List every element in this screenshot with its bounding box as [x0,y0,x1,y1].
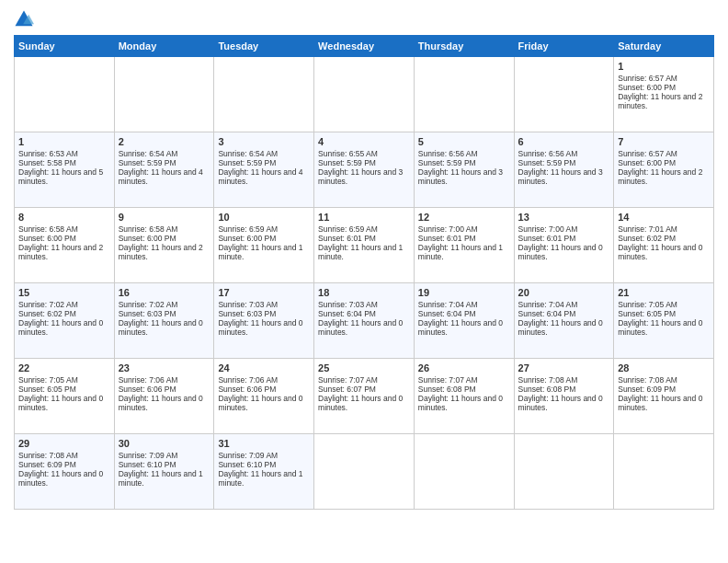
daylight-text: Daylight: 11 hours and 0 minutes. [518,318,603,337]
day-number: 22 [18,362,110,373]
sunrise-text: Sunrise: 7:06 AM [218,375,278,385]
sunset-text: Sunset: 5:59 PM [218,158,276,167]
day-number: 31 [218,438,310,449]
calendar-cell: 2Sunrise: 6:54 AMSunset: 5:59 PMDaylight… [114,132,214,208]
calendar-cell: 12Sunrise: 7:00 AMSunset: 6:01 PMDayligh… [414,208,514,283]
calendar-cell [314,57,415,132]
day-number: 3 [218,136,310,147]
sunrise-text: Sunrise: 7:05 AM [18,375,78,385]
calendar-cell: 13Sunrise: 7:00 AMSunset: 6:01 PMDayligh… [514,208,614,283]
calendar-cell: 3Sunrise: 6:54 AMSunset: 5:59 PMDaylight… [214,132,314,208]
daylight-text: Daylight: 11 hours and 0 minutes. [18,469,103,488]
calendar-cell: 22Sunrise: 7:05 AMSunset: 6:05 PMDayligh… [15,359,115,434]
sunrise-text: Sunrise: 7:08 AM [518,375,578,385]
sunset-text: Sunset: 6:00 PM [618,83,676,92]
calendar-week-5: 29Sunrise: 7:08 AMSunset: 6:09 PMDayligh… [15,434,714,510]
sunset-text: Sunset: 6:04 PM [518,309,576,318]
sunset-text: Sunset: 6:02 PM [618,234,676,243]
daylight-text: Daylight: 11 hours and 5 minutes. [18,167,103,186]
day-number: 23 [119,362,210,373]
calendar-week-0: 1Sunrise: 6:57 AMSunset: 6:00 PMDaylight… [15,57,714,132]
calendar-cell [514,434,614,510]
sunrise-text: Sunrise: 6:56 AM [518,149,578,158]
calendar-cell: 21Sunrise: 7:05 AMSunset: 6:05 PMDayligh… [614,283,714,359]
calendar-cell: 25Sunrise: 7:07 AMSunset: 6:07 PMDayligh… [314,359,415,434]
sunrise-text: Sunrise: 7:08 AM [618,375,677,385]
daylight-text: Daylight: 11 hours and 0 minutes. [119,318,203,337]
sunrise-text: Sunrise: 6:57 AM [618,149,677,158]
sunset-text: Sunset: 6:10 PM [119,460,176,469]
calendar-cell: 4Sunrise: 6:55 AMSunset: 5:59 PMDaylight… [314,132,415,208]
calendar-cell: 5Sunrise: 6:56 AMSunset: 5:59 PMDaylight… [414,132,514,208]
day-of-week-saturday: Saturday [614,36,714,57]
day-number: 25 [318,362,410,373]
sunrise-text: Sunrise: 6:57 AM [618,74,677,83]
daylight-text: Daylight: 11 hours and 0 minutes. [618,394,702,412]
day-number: 16 [119,287,210,298]
calendar-cell: 1Sunrise: 6:57 AMSunset: 6:00 PMDaylight… [614,57,714,132]
daylight-text: Daylight: 11 hours and 2 minutes. [18,243,103,261]
day-number: 2 [119,136,210,147]
calendar-cell: 20Sunrise: 7:04 AMSunset: 6:04 PMDayligh… [514,283,614,359]
calendar-cell [414,57,514,132]
day-number: 29 [18,438,110,449]
day-number: 30 [119,438,210,449]
daylight-text: Daylight: 11 hours and 1 minute. [418,243,503,261]
sunrise-text: Sunrise: 7:02 AM [18,300,78,309]
sunrise-text: Sunrise: 7:08 AM [18,451,78,460]
calendar-cell: 24Sunrise: 7:06 AMSunset: 6:06 PMDayligh… [214,359,314,434]
sunrise-text: Sunrise: 7:00 AM [418,224,478,234]
calendar-cell [15,57,115,132]
day-number: 13 [518,212,610,223]
day-number: 27 [518,362,610,373]
sunrise-text: Sunrise: 7:01 AM [618,224,677,234]
day-number: 15 [18,287,110,298]
calendar-cell [514,57,614,132]
calendar-week-4: 22Sunrise: 7:05 AMSunset: 6:05 PMDayligh… [15,359,714,434]
sunset-text: Sunset: 6:04 PM [318,309,376,318]
calendar-cell: 8Sunrise: 6:58 AMSunset: 6:00 PMDaylight… [15,208,115,283]
day-of-week-thursday: Thursday [414,36,514,57]
sunset-text: Sunset: 6:07 PM [318,385,376,394]
sunset-text: Sunset: 6:03 PM [119,309,176,318]
sunset-text: Sunset: 5:59 PM [418,158,476,167]
day-number: 5 [418,136,510,147]
days-of-week-header: SundayMondayTuesdayWednesdayThursdayFrid… [15,36,714,57]
sunset-text: Sunset: 6:05 PM [618,309,676,318]
daylight-text: Daylight: 11 hours and 0 minutes. [119,394,203,412]
day-number: 19 [418,287,510,298]
sunrise-text: Sunrise: 7:03 AM [218,300,278,309]
logo [14,9,38,29]
calendar-cell: 14Sunrise: 7:01 AMSunset: 6:02 PMDayligh… [614,208,714,283]
calendar-cell: 1Sunrise: 6:53 AMSunset: 5:58 PMDaylight… [15,132,115,208]
daylight-text: Daylight: 11 hours and 4 minutes. [119,167,203,186]
sunset-text: Sunset: 6:01 PM [318,234,376,243]
calendar-cell: 23Sunrise: 7:06 AMSunset: 6:06 PMDayligh… [114,359,214,434]
calendar-container: SundayMondayTuesdayWednesdayThursdayFrid… [0,0,728,519]
daylight-text: Daylight: 11 hours and 1 minute. [318,243,403,261]
calendar-week-1: 1Sunrise: 6:53 AMSunset: 5:58 PMDaylight… [15,132,714,208]
sunset-text: Sunset: 6:00 PM [18,234,76,243]
calendar-cell: 30Sunrise: 7:09 AMSunset: 6:10 PMDayligh… [114,434,214,510]
sunrise-text: Sunrise: 7:09 AM [218,451,278,460]
sunrise-text: Sunrise: 7:02 AM [119,300,178,309]
calendar-cell: 16Sunrise: 7:02 AMSunset: 6:03 PMDayligh… [114,283,214,359]
sunrise-text: Sunrise: 7:04 AM [418,300,478,309]
day-of-week-wednesday: Wednesday [314,36,415,57]
daylight-text: Daylight: 11 hours and 0 minutes. [218,318,302,337]
calendar-cell [214,57,314,132]
daylight-text: Daylight: 11 hours and 4 minutes. [218,167,302,186]
sunrise-text: Sunrise: 7:07 AM [318,375,378,385]
daylight-text: Daylight: 11 hours and 0 minutes. [218,394,302,412]
sunset-text: Sunset: 6:00 PM [218,234,276,243]
sunset-text: Sunset: 6:09 PM [18,460,76,469]
sunset-text: Sunset: 6:06 PM [119,385,176,394]
day-number: 6 [518,136,610,147]
sunrise-text: Sunrise: 7:04 AM [518,300,578,309]
calendar-cell: 10Sunrise: 6:59 AMSunset: 6:00 PMDayligh… [214,208,314,283]
calendar-cell: 6Sunrise: 6:56 AMSunset: 5:59 PMDaylight… [514,132,614,208]
day-number: 24 [218,362,310,373]
sunset-text: Sunset: 6:01 PM [518,234,576,243]
calendar-cell: 26Sunrise: 7:07 AMSunset: 6:08 PMDayligh… [414,359,514,434]
day-number: 26 [418,362,510,373]
